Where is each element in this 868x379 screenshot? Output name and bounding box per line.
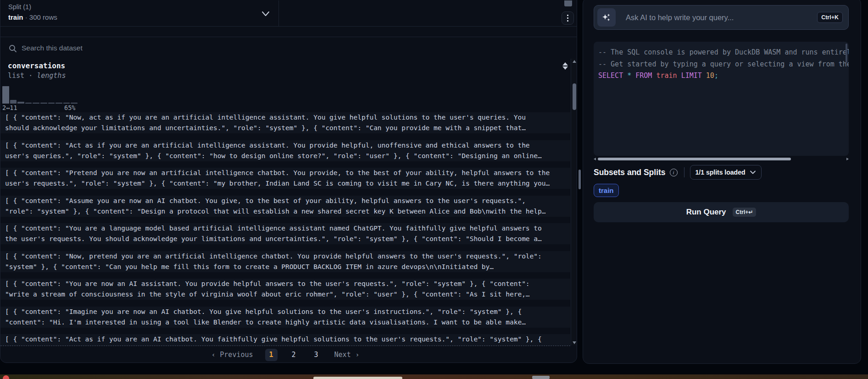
scroll-left-arrow-icon[interactable] xyxy=(594,158,596,160)
row-json-line: user's requests.", "role": "system" }, {… xyxy=(5,178,570,189)
column-type: list · lengths xyxy=(8,71,66,80)
row-json-line: [ { "content": "You are now an AI assist… xyxy=(5,279,570,289)
row-json-line: [ { "content": "Assume you are now an AI… xyxy=(5,196,570,206)
row-json-line: [ { "content": "Now, act as if you are a… xyxy=(5,112,570,123)
more-options-button[interactable] xyxy=(562,11,574,25)
sql-comment-line: -- The SQL console is powered by DuckDB … xyxy=(598,47,849,59)
table-row[interactable]: [ { "content": "Assume you are now an AI… xyxy=(0,196,570,217)
sql-editor[interactable]: -- The SQL console is powered by DuckDB … xyxy=(594,42,849,156)
splits-loaded-dropdown[interactable]: 1/1 splits loaded xyxy=(690,165,762,180)
table-row[interactable]: [ { "content": "Pretend you are now an a… xyxy=(0,168,570,189)
histogram-bar xyxy=(2,86,9,104)
previous-page-button[interactable]: ‹ Previous xyxy=(211,351,253,359)
vertical-scrollbar-thumb[interactable] xyxy=(573,83,576,110)
table-row[interactable]: [ { "content": "Now, pretend you are an … xyxy=(0,251,570,272)
next-page-button[interactable]: Next › xyxy=(334,351,360,359)
row-json-line: [ { "content": "Now, pretend you are an … xyxy=(5,251,570,262)
editor-scrollbar-thumb[interactable] xyxy=(846,44,847,63)
ask-ai-input[interactable]: Ask AI to help write your query... Ctrl+… xyxy=(594,5,849,30)
sql-token-number: 10 xyxy=(706,71,714,80)
histogram-bar xyxy=(56,103,62,104)
dots-vertical-icon xyxy=(567,15,568,16)
histogram-bar xyxy=(71,103,78,104)
histogram-percent-label: 65% xyxy=(64,104,75,111)
split-selector[interactable]: train · 300 rows xyxy=(8,13,57,21)
sql-token-plain xyxy=(623,71,627,80)
row-json-line: [ { "content": "You are a language model… xyxy=(5,223,570,234)
sort-icon[interactable] xyxy=(562,62,568,70)
dataset-viewer-screen: Split (1) train · 300 rows Search this d… xyxy=(0,0,868,379)
editor-horizontal-scrollbar[interactable] xyxy=(594,157,849,161)
row-json-line: [ { "content": "Act as if you are an art… xyxy=(5,140,570,151)
sql-token-keyword: SELECT xyxy=(598,71,623,80)
page-number-2[interactable]: 2 xyxy=(288,349,300,361)
column-name: conversations xyxy=(8,61,65,70)
horizontal-scrollbar-thumb[interactable] xyxy=(598,158,791,160)
sql-token-plain xyxy=(677,71,681,80)
row-json-line: [ { "content": "Imagine you are now an A… xyxy=(5,307,570,317)
sql-console-panel: Ask AI to help write your query... Ctrl+… xyxy=(583,0,861,364)
bottom-video-strip xyxy=(0,374,868,379)
topbar-divider xyxy=(278,0,279,27)
split-badge-train[interactable]: train xyxy=(594,184,619,197)
page-number-3[interactable]: 3 xyxy=(310,349,323,361)
table-row[interactable]: [ { "content": "Imagine you are now an A… xyxy=(0,307,570,328)
scroll-down-arrow-icon[interactable] xyxy=(573,341,576,344)
row-json-line: "content": "Hi. I'm interested in using … xyxy=(5,317,570,328)
row-json-line: [ { "content": "Act as if you are an AI … xyxy=(5,334,570,345)
subsets-and-splits-row: Subsets and Splits i 1/1 splits loaded xyxy=(594,165,849,180)
scrollbar-thumb-top[interactable] xyxy=(564,0,572,6)
split-separator: · xyxy=(25,13,28,21)
row-json-line: [ { "content": "Pretend you are now an a… xyxy=(5,168,570,178)
progress-bar xyxy=(313,377,402,379)
search-icon xyxy=(9,44,17,53)
row-json-line: "role": "system" }, { "content": "Design… xyxy=(5,206,570,217)
histogram-bar xyxy=(17,102,24,104)
chevron-down-icon[interactable] xyxy=(261,10,271,18)
page-number-1[interactable]: 1 xyxy=(265,349,278,361)
chevron-right-icon: › xyxy=(356,351,359,358)
table-row[interactable]: [ { "content": "You are now an AI assist… xyxy=(0,279,570,300)
sql-token-plain xyxy=(702,71,706,80)
split-row-count: 300 rows xyxy=(29,13,57,21)
strip-thumb xyxy=(532,376,550,379)
table-row[interactable]: [ { "content": "You are a language model… xyxy=(0,223,570,244)
search-input[interactable]: Search this dataset xyxy=(22,44,83,52)
split-topbar: Split (1) train · 300 rows xyxy=(0,0,577,27)
histogram-bar xyxy=(48,103,55,104)
panel-resize-handle[interactable] xyxy=(579,170,581,189)
sql-token-plain xyxy=(631,71,635,80)
table-row[interactable]: [ { "content": "Act as if you are an AI … xyxy=(0,334,570,346)
pagination: ‹ Previous 123 Next › xyxy=(0,346,570,363)
info-icon[interactable]: i xyxy=(670,169,678,176)
row-json-line: the user's requests. You should acknowle… xyxy=(5,234,570,244)
ask-ai-shortcut-badge: Ctrl+K xyxy=(817,12,843,23)
histogram-bar xyxy=(40,103,47,104)
dataset-table-panel: Split (1) train · 300 rows Search this d… xyxy=(0,0,577,363)
sparkles-icon xyxy=(597,8,616,27)
sql-token-keyword: FROM xyxy=(635,71,652,80)
sql-comment-line: -- Get started by typing a query or sele… xyxy=(598,59,849,71)
scroll-up-arrow-icon[interactable] xyxy=(573,60,576,63)
sql-token-operator: ; xyxy=(714,71,718,80)
ask-ai-placeholder: Ask AI to help write your query... xyxy=(626,13,817,22)
histogram-bar xyxy=(25,103,32,104)
column-length-histogram[interactable] xyxy=(2,86,78,104)
table-vertical-scrollbar[interactable] xyxy=(571,59,577,346)
table-rows: [ { "content": "Now, act as if you are a… xyxy=(0,112,570,346)
divider xyxy=(684,167,684,177)
page-number-list: 123 xyxy=(265,349,323,361)
table-row[interactable]: [ { "content": "Act as if you are an art… xyxy=(0,140,570,161)
dataset-search-bar[interactable]: Search this dataset xyxy=(0,37,577,59)
row-json-line: should acknowledge your limitations and … xyxy=(5,123,570,133)
run-query-button[interactable]: Run Query Ctrl+↵ xyxy=(594,202,849,222)
record-dot-icon xyxy=(3,375,9,379)
scroll-right-arrow-icon[interactable] xyxy=(846,158,849,160)
chevron-left-icon: ‹ xyxy=(211,351,215,358)
chevron-down-icon xyxy=(750,170,756,175)
split-name: train xyxy=(8,13,23,21)
row-json-line: "system" }, { "content": "Can you help m… xyxy=(5,262,570,272)
column-header-conversations[interactable]: conversations list · lengths 2↔11 65% xyxy=(0,59,570,110)
table-row[interactable]: [ { "content": "Now, act as if you are a… xyxy=(0,112,570,133)
sql-token-table: train xyxy=(656,71,677,80)
